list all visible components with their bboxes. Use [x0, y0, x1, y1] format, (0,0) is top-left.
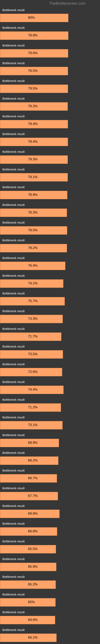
value-label: 79.2%	[28, 104, 38, 108]
bar-track	[0, 67, 86, 75]
chart-row: Bottleneck result68.9%	[0, 432, 100, 450]
bar-track	[0, 616, 86, 624]
row-label: Bottleneck result	[2, 486, 25, 490]
chart-row: Bottleneck result73.5%	[0, 344, 100, 362]
row-label: Bottleneck result	[2, 345, 25, 348]
chart-row: Bottleneck result78.2%	[0, 238, 100, 255]
bar-track	[0, 32, 86, 40]
chart-row: Bottleneck result75.7%	[0, 290, 100, 308]
value-label: 68.2%	[28, 458, 38, 462]
chart-row: Bottleneck result71.2%	[0, 397, 100, 414]
bar-track	[0, 368, 86, 376]
chart-row: Bottleneck result79.4%	[0, 114, 100, 131]
value-label: 78.3%	[28, 210, 38, 214]
chart-row: Bottleneck result79.2%	[0, 96, 100, 114]
bar-track	[0, 120, 86, 128]
value-label: 78.2%	[28, 246, 38, 250]
bar-track	[0, 527, 86, 536]
value-label: 72.6%	[28, 370, 38, 374]
value-label: 65.2%	[28, 582, 38, 586]
row-label: Bottleneck result	[2, 274, 25, 277]
chart-title: TheBottlenecker.com	[49, 1, 86, 6]
row-label: Bottleneck result	[2, 380, 25, 384]
bar-track	[0, 84, 86, 93]
bar-track	[0, 102, 86, 111]
value-label: 66.7%	[28, 476, 38, 480]
chart-row: Bottleneck result74.1%	[0, 273, 100, 290]
row-label: Bottleneck result	[2, 327, 25, 330]
chart-row: Bottleneck result65%	[0, 592, 100, 610]
value-label: 65%	[28, 600, 35, 604]
value-label: 78.8%	[28, 193, 38, 197]
value-label: 74.4%	[28, 388, 38, 392]
row-label: Bottleneck result	[2, 309, 25, 313]
row-label: Bottleneck result	[2, 522, 25, 525]
value-label: 78.5%	[28, 228, 38, 232]
value-label: 79.5%	[28, 86, 38, 90]
value-label: 65.9%	[28, 565, 38, 569]
chart-row: Bottleneck result65.2%	[0, 574, 100, 592]
value-label: 66.8%	[28, 529, 38, 533]
chart-row: Bottleneck result79.5%	[0, 78, 100, 96]
row-label: Bottleneck result	[2, 540, 25, 543]
row-label: Bottleneck result	[2, 469, 25, 472]
chart-row: Bottleneck result64.6%	[0, 610, 100, 627]
chart-row: Bottleneck result79.8%	[0, 25, 100, 43]
row-label: Bottleneck result	[2, 575, 25, 578]
bar-track	[0, 634, 86, 642]
bar	[0, 616, 55, 624]
value-label: 64.6%	[28, 618, 38, 622]
row-label: Bottleneck result	[2, 203, 25, 206]
value-label: 79.8%	[28, 34, 38, 38]
bar-track	[0, 474, 86, 482]
row-label: Bottleneck result	[2, 292, 25, 295]
chart-rows: Bottleneck result80%Bottleneck result79.…	[0, 7, 100, 644]
bar-track	[0, 226, 86, 235]
chart-row: Bottleneck result66.1%	[0, 627, 100, 644]
chart-row: Bottleneck result79.1%	[0, 167, 100, 184]
bar-track	[0, 456, 86, 465]
chart-row: Bottleneck result78.3%	[0, 202, 100, 220]
value-label: 71.2%	[28, 405, 38, 409]
row-label: Bottleneck result	[2, 628, 25, 632]
value-label: 79.1%	[28, 175, 38, 179]
bar-track	[0, 492, 86, 500]
bar-track	[0, 580, 86, 589]
value-label: 76.4%	[28, 264, 38, 268]
row-label: Bottleneck result	[2, 8, 25, 12]
value-label: 79.3%	[28, 158, 38, 162]
row-label: Bottleneck result	[2, 256, 25, 260]
chart-row: Bottleneck result65.5%	[0, 538, 100, 556]
bar-track	[0, 315, 86, 323]
row-label: Bottleneck result	[2, 150, 25, 153]
chart-row: Bottleneck result79.4%	[0, 131, 100, 149]
bar-track	[0, 563, 86, 571]
value-label: 79.5%	[28, 69, 38, 73]
bar-track	[0, 14, 86, 22]
chart-row: Bottleneck result78.8%	[0, 184, 100, 202]
chart-row: Bottleneck result72.6%	[0, 362, 100, 379]
bar-track	[0, 421, 86, 430]
value-label: 79.4%	[28, 122, 38, 126]
row-label: Bottleneck result	[2, 168, 25, 171]
value-label: 73.1%	[28, 423, 38, 427]
bar-track	[0, 279, 86, 288]
row-label: Bottleneck result	[2, 62, 25, 65]
row-label: Bottleneck result	[2, 451, 25, 454]
value-label: 79.6%	[28, 51, 38, 55]
chart-row: Bottleneck result76.4%	[0, 255, 100, 273]
chart-row: Bottleneck result78.5%	[0, 220, 100, 238]
chart-row: Bottleneck result73.3%	[0, 308, 100, 326]
value-label: 75.7%	[28, 299, 38, 303]
value-label: 66.1%	[28, 636, 38, 640]
chart-row: Bottleneck result79.3%	[0, 149, 100, 167]
value-label: 73.5%	[28, 352, 38, 356]
row-label: Bottleneck result	[2, 26, 25, 30]
bar-track	[0, 386, 86, 394]
bar-track	[0, 49, 86, 58]
bottleneck-chart: TheBottlenecker.com Bottleneck result80%…	[0, 0, 100, 644]
row-label: Bottleneck result	[2, 557, 25, 561]
bar-track	[0, 439, 86, 447]
bar-track	[0, 138, 86, 146]
row-label: Bottleneck result	[2, 79, 25, 82]
